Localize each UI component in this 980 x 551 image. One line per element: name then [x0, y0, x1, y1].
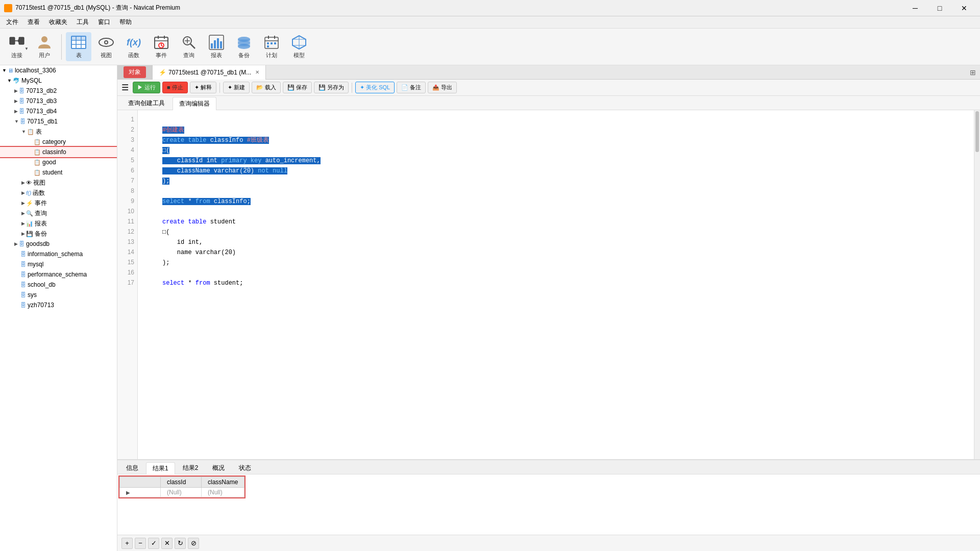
tab-query1[interactable]: ⚡ 70715test1 @70715_db1 (M... ✕	[153, 65, 266, 80]
result-tab-info[interactable]: 信息	[119, 462, 145, 474]
add-row-button[interactable]: +	[121, 538, 133, 549]
db4-icon: 🗄	[19, 108, 24, 114]
run-button[interactable]: ▶ 运行	[133, 82, 160, 93]
infschema-label: information_schema	[28, 251, 83, 258]
sidebar-item-good[interactable]: 📋 good	[0, 157, 117, 167]
sidebar-item-mysql_db[interactable]: 🗄 mysql	[0, 259, 117, 269]
result-tab-status[interactable]: 状态	[232, 462, 258, 474]
minimize-button[interactable]: ─	[903, 0, 927, 16]
sidebar-item-classinfo[interactable]: 📋 classinfo	[0, 147, 117, 157]
sidebar-item-backups[interactable]: ▶ 💾 备份	[0, 229, 117, 239]
stop-button[interactable]: ■ 停止	[162, 82, 188, 93]
sidebar-item-performance_schema[interactable]: 🗄 performance_schema	[0, 269, 117, 280]
sidebar-item-70713_db3[interactable]: ▶ 🗄 70713_db3	[0, 96, 117, 106]
sidebar-item-mysql[interactable]: ▼ 🐬 MySQL	[0, 76, 117, 86]
menu-icon[interactable]: ☰	[121, 83, 129, 92]
export-button[interactable]: 📤 导出	[428, 82, 457, 93]
sidebar-item-tables[interactable]: ▼ 📋 表	[0, 127, 117, 137]
result-tab-overview[interactable]: 概况	[206, 462, 231, 474]
connect-dropdown-arrow[interactable]: ▼	[24, 46, 29, 51]
sidebar-item-70715_db1[interactable]: ▼ 🗄 70715_db1	[0, 116, 117, 127]
beautify-button[interactable]: ✦ 美化 SQL	[355, 82, 395, 93]
ln-10: 10	[117, 206, 137, 216]
good-label: good	[42, 159, 56, 166]
sidebar-item-student[interactable]: 📋 student	[0, 167, 117, 178]
toolbar-view[interactable]: 视图	[93, 32, 119, 61]
queries-icon: 🔍	[26, 210, 33, 217]
schooldb-label: school_db	[28, 281, 56, 288]
perfschema-label: performance_schema	[28, 271, 87, 278]
toolbar-connect[interactable]: 连接 ▼	[4, 32, 30, 61]
subtab-editor[interactable]: 查询编辑器	[173, 97, 216, 110]
sidebar-item-views[interactable]: ▶ 👁 视图	[0, 178, 117, 188]
code-line-15	[142, 257, 974, 267]
result-tab-2[interactable]: 结果2	[176, 462, 205, 474]
menu-help[interactable]: 帮助	[115, 17, 136, 28]
user-icon	[36, 34, 53, 51]
close-button[interactable]: ✕	[952, 0, 976, 16]
sidebar-item-school_db[interactable]: 🗄 school_db	[0, 280, 117, 290]
db2-arrow: ▶	[14, 88, 18, 93]
db1-arrow: ▼	[14, 119, 19, 124]
toolbar-event[interactable]: 事件	[149, 32, 174, 61]
load-button[interactable]: 📂 载入	[252, 82, 281, 93]
tables-label: 表	[36, 128, 42, 136]
toolbar-table[interactable]: 表	[66, 32, 91, 61]
toolbar-model[interactable]: 模型	[286, 32, 312, 61]
editor-scrollbar[interactable]	[974, 110, 980, 459]
sidebar-item-events[interactable]: ▶ ⚡ 事件	[0, 198, 117, 208]
code-line-12: id int,	[142, 227, 974, 237]
classinfo-icon: 📋	[34, 149, 41, 156]
code-line-17	[142, 278, 974, 288]
tab-objects[interactable]: 对象	[117, 65, 153, 80]
delete-row-button[interactable]: −	[135, 538, 146, 549]
result-row-1[interactable]: ▶ (Null) (Null)	[120, 488, 244, 497]
sidebar-item-70713_db2[interactable]: ▶ 🗄 70713_db2	[0, 86, 117, 96]
toolbar-backup[interactable]: 备份	[231, 32, 257, 61]
sidebar-item-queries[interactable]: ▶ 🔍 查询	[0, 208, 117, 218]
sidebar-item-70713_db4[interactable]: ▶ 🗄 70713_db4	[0, 106, 117, 116]
scrollbar-thumb[interactable]	[975, 111, 979, 152]
maximize-button[interactable]: □	[928, 0, 951, 16]
sidebar-item-sys[interactable]: 🗄 sys	[0, 290, 117, 300]
saveas-button[interactable]: 💾 另存为	[314, 82, 349, 93]
toolbar-user[interactable]: 用户	[32, 32, 57, 61]
confirm-button[interactable]: ✓	[148, 538, 159, 549]
objects-button[interactable]: 对象	[124, 66, 146, 78]
toolbar-report[interactable]: 报表	[204, 32, 229, 61]
filter-button[interactable]: ⊘	[188, 538, 199, 549]
category-label: category	[42, 138, 66, 145]
sidebar-item-goodsdb[interactable]: ▶ 🗄 goodsdb	[0, 239, 117, 249]
backup-btn[interactable]: 📄 备注	[397, 82, 426, 93]
tab-close-icon[interactable]: ✕	[255, 69, 259, 75]
explain-button[interactable]: ✦ 解释	[190, 82, 216, 93]
menu-file[interactable]: 文件	[2, 17, 22, 28]
sidebar-item-yzh70713[interactable]: 🗄 yzh70713	[0, 300, 117, 310]
result-bottom-toolbar: + − ✓ ✕ ↻ ⊘	[117, 535, 980, 551]
sidebar-item-reports[interactable]: ▶ 📊 报表	[0, 218, 117, 229]
subtab-builder[interactable]: 查询创建工具	[121, 96, 172, 110]
result-cell-classid: (Null)	[161, 488, 202, 497]
refresh-button[interactable]: ↻	[175, 538, 186, 549]
sidebar-item-information_schema[interactable]: 🗄 information_schema	[0, 249, 117, 259]
sidebar-item-localhost[interactable]: ▼ 🖥 localhost_3306	[0, 65, 117, 76]
menu-view[interactable]: 查看	[23, 17, 44, 28]
code-line-11: □(	[142, 216, 974, 227]
svg-rect-27	[214, 40, 216, 48]
toolbar-query[interactable]: 查询	[176, 32, 202, 61]
sidebar-item-category[interactable]: 📋 category	[0, 137, 117, 147]
menu-window[interactable]: 窗口	[94, 17, 114, 28]
menu-favorites[interactable]: 收藏夹	[45, 17, 71, 28]
toolbar-plan[interactable]: 计划	[259, 32, 284, 61]
new-button[interactable]: ✦ 新建	[223, 82, 250, 93]
toolbar-function[interactable]: f(x) 函数	[121, 32, 146, 61]
title-bar-controls[interactable]: ─ □ ✕	[903, 0, 976, 16]
sidebar-item-functions[interactable]: ▶ f() 函数	[0, 188, 117, 198]
result-tab-1[interactable]: 结果1	[146, 462, 175, 474]
cancel-edit-button[interactable]: ✕	[161, 538, 173, 549]
code-content[interactable]: #创建表 create table classInfo #班级表 □( clas…	[138, 110, 974, 459]
menu-tools[interactable]: 工具	[72, 17, 93, 28]
save-button[interactable]: 💾 保存	[283, 82, 312, 93]
tab-grid-icon[interactable]: ⊞	[970, 68, 976, 77]
code-line-5: className varchar(20) not null	[142, 155, 974, 165]
